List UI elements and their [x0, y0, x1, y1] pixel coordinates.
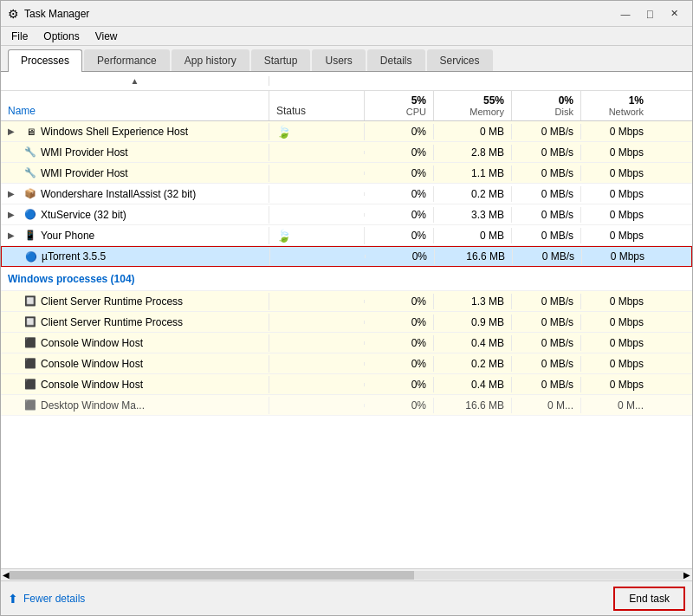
table-row[interactable]: ▶ 🔲 Client Server Runtime Process 0% 1.3… — [1, 291, 692, 312]
tab-app-history[interactable]: App history — [172, 49, 249, 71]
end-task-button[interactable]: End task — [613, 587, 685, 611]
proc-name-wmi1: ▶ 🔧 WMI Provider Host — [1, 144, 269, 161]
proc-status — [270, 255, 366, 258]
proc-disk: 0 MB/s — [512, 356, 581, 372]
table-row[interactable]: ▶ 🖥 Windows Shell Experience Host 🍃 0% 0… — [1, 121, 692, 142]
table-row[interactable]: ▶ 🔲 Client Server Runtime Process 0% 0.9… — [1, 312, 692, 333]
scroll-left-btn[interactable]: ◀ — [3, 570, 10, 580]
proc-name-conhost2: ▶ ⬛ Console Window Host — [1, 355, 269, 373]
proc-cpu: 0% — [365, 124, 434, 139]
maximize-button[interactable]: ⎕ — [638, 5, 661, 23]
proc-icon: 📦 — [23, 187, 37, 201]
proc-icon: ⬛ — [23, 378, 37, 392]
table-row[interactable]: ▶ 📱 Your Phone 🍃 0% 0 MB 0 MB/s 0 Mbps — [1, 225, 692, 246]
proc-icon: 🔵 — [24, 250, 38, 263]
col-header-cpu[interactable]: 5% CPU — [365, 91, 434, 120]
proc-memory: 0 MB — [434, 124, 512, 139]
proc-cpu: 0% — [365, 377, 434, 392]
proc-name-windows-shell: ▶ 🖥 Windows Shell Experience Host — [1, 123, 269, 140]
proc-disk: 0 MB/s — [512, 186, 581, 202]
menu-options[interactable]: Options — [36, 29, 86, 44]
proc-status — [269, 341, 365, 345]
proc-memory: 0.2 MB — [434, 356, 512, 372]
proc-status — [269, 151, 365, 154]
proc-network: 0 Mbps — [581, 207, 651, 223]
tab-startup[interactable]: Startup — [251, 49, 311, 71]
menu-file[interactable]: File — [4, 29, 35, 44]
proc-icon: 🔧 — [23, 166, 37, 180]
proc-cpu: 0% — [365, 294, 434, 309]
expand-icon[interactable]: ▶ — [8, 189, 20, 198]
menu-view[interactable]: View — [88, 29, 125, 44]
tab-performance[interactable]: Performance — [84, 49, 170, 71]
proc-network: 0 Mbps — [581, 335, 651, 351]
col-header-status[interactable]: Status — [269, 91, 365, 120]
proc-disk: 0 MB/s — [512, 207, 581, 223]
table-row[interactable]: ▶ 🔧 WMI Provider Host 0% 1.1 MB 0 MB/s 0… — [1, 163, 692, 184]
table-row-selected[interactable]: ▶ 🔵 µTorrent 3.5.5 0% 16.6 MB 0 MB/s 0 M… — [1, 246, 692, 267]
proc-disk: 0 M... — [512, 398, 581, 413]
proc-icon: 🔲 — [23, 315, 37, 329]
tab-users[interactable]: Users — [312, 49, 365, 71]
fewer-details-button[interactable]: ⬆ Fewer details — [8, 592, 85, 606]
sort-arrow-up[interactable]: ▲ — [131, 76, 139, 86]
proc-status — [269, 172, 365, 175]
footer: ⬆ Fewer details End task — [1, 580, 692, 615]
col-header-memory[interactable]: 55% Memory — [434, 91, 512, 120]
horizontal-scrollbar[interactable]: ◀ ▶ — [1, 568, 692, 580]
proc-icon: 🔵 — [23, 208, 37, 222]
proc-disk: 0 MB/s — [512, 228, 581, 243]
section-header-windows-processes: Windows processes (104) — [1, 267, 692, 291]
col-header-network[interactable]: 1% Network — [581, 91, 651, 120]
proc-icon: 🔲 — [23, 295, 37, 308]
process-table-body: ▶ 🖥 Windows Shell Experience Host 🍃 0% 0… — [1, 121, 692, 568]
col-header-disk[interactable]: 0% Disk — [512, 91, 581, 120]
proc-name-conhost1: ▶ ⬛ Console Window Host — [1, 334, 269, 352]
proc-cpu: 0% — [365, 398, 434, 413]
table-row[interactable]: ▶ ⬛ Console Window Host 0% 0.4 MB 0 MB/s… — [1, 333, 692, 353]
table-row[interactable]: ▶ ⬛ Console Window Host 0% 0.4 MB 0 MB/s… — [1, 374, 692, 395]
title-bar: ⚙ Task Manager — ⎕ ✕ — [1, 1, 692, 27]
proc-memory: 1.1 MB — [434, 165, 512, 181]
tab-details[interactable]: Details — [367, 49, 425, 71]
close-button[interactable]: ✕ — [663, 5, 685, 23]
scroll-track[interactable] — [10, 571, 683, 580]
proc-name-your-phone: ▶ 📱 Your Phone — [1, 227, 269, 244]
expand-icon[interactable]: ▶ — [8, 230, 20, 240]
proc-network: 0 Mbps — [581, 124, 651, 139]
minimize-button[interactable]: — — [614, 5, 637, 23]
proc-icon: 📱 — [23, 229, 37, 243]
proc-name-utorrent: ▶ 🔵 µTorrent 3.5.5 — [2, 248, 270, 265]
proc-network: 0 Mbps — [581, 377, 651, 392]
tab-processes[interactable]: Processes — [8, 49, 82, 72]
scroll-right-btn[interactable]: ▶ — [683, 570, 690, 580]
proc-icon: ⬛ — [23, 399, 37, 412]
proc-cpu: 0% — [365, 356, 434, 372]
proc-status: 🍃 — [269, 227, 365, 244]
tab-services[interactable]: Services — [427, 49, 493, 71]
proc-cpu: 0% — [365, 228, 434, 243]
proc-status — [269, 404, 365, 407]
window-title: Task Manager — [24, 8, 89, 20]
proc-icon: ⬛ — [23, 336, 37, 350]
proc-cpu: 0% — [365, 314, 434, 330]
table-row[interactable]: ▶ ⬛ Console Window Host 0% 0.2 MB 0 MB/s… — [1, 353, 692, 374]
scroll-thumb[interactable] — [10, 571, 414, 580]
proc-disk: 0 MB/s — [512, 335, 581, 351]
proc-disk: 0 MB/s — [512, 377, 581, 392]
proc-memory: 0 MB — [434, 228, 512, 243]
table-row[interactable]: ▶ 📦 Wondershare InstallAssist (32 bit) 0… — [1, 184, 692, 204]
proc-name-conhost3: ▶ ⬛ Console Window Host — [1, 376, 269, 393]
proc-cpu: 0% — [365, 165, 434, 181]
proc-disk: 0 MB/s — [512, 294, 581, 309]
table-row[interactable]: ▶ 🔧 WMI Provider Host 0% 2.8 MB 0 MB/s 0… — [1, 142, 692, 163]
table-row[interactable]: ▶ ⬛ Desktop Window Ma... 0% 16.6 MB 0 M.… — [1, 395, 692, 416]
col-header-name[interactable]: Name — [1, 91, 269, 120]
expand-icon[interactable]: ▶ — [8, 126, 20, 136]
proc-cpu: 0% — [366, 249, 435, 264]
proc-disk: 0 MB/s — [512, 314, 581, 330]
proc-status — [269, 321, 365, 324]
proc-network: 0 M... — [581, 398, 651, 413]
table-row[interactable]: ▶ 🔵 XtuService (32 bit) 0% 3.3 MB 0 MB/s… — [1, 204, 692, 225]
expand-icon[interactable]: ▶ — [8, 210, 20, 219]
